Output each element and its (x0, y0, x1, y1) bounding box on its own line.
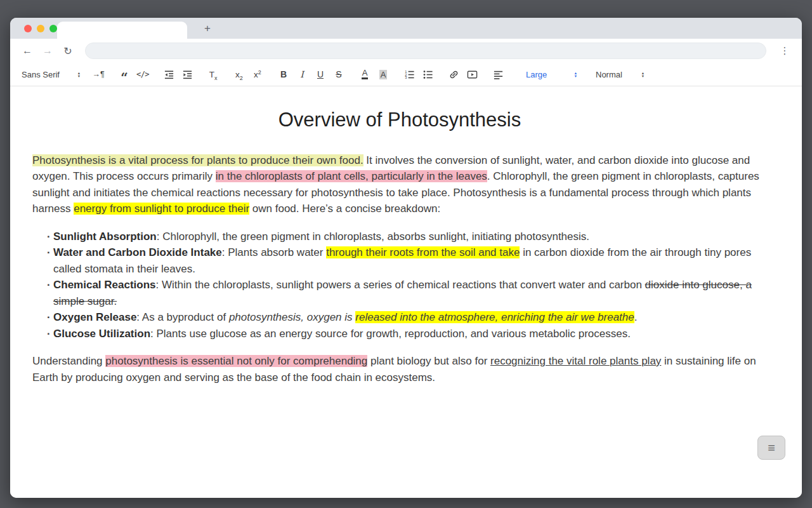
align-button[interactable] (490, 67, 506, 82)
highlight-color-icon: A (379, 70, 388, 79)
video-icon (467, 69, 478, 80)
hamburger-icon: ≡ (768, 441, 775, 455)
indent-increase-button[interactable] (180, 67, 195, 82)
strikethrough-icon: S (336, 69, 341, 79)
underlined-text: recognizing the vital role plants play (490, 355, 661, 367)
tab-strip: + (10, 18, 802, 39)
ordered-list-button[interactable]: 123 (402, 67, 417, 82)
updown-chevrons-icon: ▴▾ (575, 71, 577, 78)
bullet-list-button[interactable] (420, 67, 435, 82)
superscript-button[interactable]: x2 (250, 67, 265, 82)
size-picker-label: Large (526, 70, 547, 79)
underline-icon: U (317, 69, 324, 79)
new-tab-button[interactable]: + (199, 20, 216, 37)
updown-chevrons-icon: ▴▾ (78, 71, 80, 78)
link-icon (449, 69, 459, 80)
forward-icon[interactable]: → (39, 45, 56, 57)
text-run: own food. Here’s a concise breakdown: (249, 203, 440, 215)
bold-text: Water and Carbon Dioxide Intake (53, 246, 222, 258)
blockquote-icon: “ (121, 69, 128, 80)
text-direction-icon: →¶ (92, 70, 104, 79)
bold-text: Sunlight Absorption (53, 231, 157, 243)
highlighted-text: Photosynthesis is a vital process for pl… (32, 154, 363, 166)
clear-formatting-button[interactable]: Tx (206, 67, 221, 82)
indent-decrease-icon (164, 69, 174, 80)
bold-text: Glucose Utilization (53, 328, 150, 340)
highlight-color-button[interactable]: A (376, 67, 391, 82)
list-item: Chemical Reactions: Within the chloropla… (32, 277, 767, 309)
text-run: . (634, 311, 638, 323)
list-item: Glucose Utilization: Plants use glucose … (32, 326, 767, 342)
code-block-button[interactable]: </> (135, 67, 150, 82)
italic-text: photosynthesis, oxygen is (229, 311, 355, 323)
video-button[interactable] (464, 67, 480, 82)
highlighted-text: photosynthesis is essential not only for… (105, 355, 367, 367)
hamburger-menu-button[interactable]: ≡ (757, 436, 785, 460)
align-icon (493, 69, 504, 80)
bullet-list-icon (422, 69, 433, 80)
browser-window: + ← → ↻ ⋮ Sans Serif ▴▾ →¶ “ </> (10, 18, 802, 498)
link-button[interactable] (446, 67, 461, 82)
minimize-window-button[interactable] (37, 25, 44, 32)
text-run: Understanding (32, 355, 105, 367)
updown-chevrons-icon: ▴▾ (642, 71, 644, 78)
highlighted-text: energy from sunlight to produce their (74, 203, 249, 215)
text-run: : Within the chloroplasts, sunlight powe… (156, 279, 645, 291)
text-direction-button[interactable]: →¶ (91, 67, 106, 82)
superscript-icon: x2 (254, 70, 261, 79)
highlighted-italic-text: released into the atmosphere, enriching … (355, 311, 634, 323)
size-picker[interactable]: Large ▴▾ (526, 70, 577, 79)
maximize-window-button[interactable] (49, 25, 57, 32)
highlighted-text: in the chloroplasts of plant cells, part… (216, 170, 487, 182)
font-picker-label: Sans Serif (22, 70, 60, 79)
text-run: : As a byproduct of (136, 311, 229, 323)
subscript-button[interactable]: x2 (232, 67, 247, 82)
browser-menu-icon[interactable]: ⋮ (776, 45, 793, 57)
italic-button[interactable]: I (294, 67, 310, 82)
bold-icon: B (280, 69, 287, 79)
browser-tab[interactable] (57, 22, 187, 39)
intro-paragraph: Photosynthesis is a vital process for pl… (32, 152, 767, 217)
back-icon[interactable]: ← (19, 45, 36, 57)
text-run: : Chlorophyll, the green pigment in chlo… (157, 231, 589, 243)
header-picker[interactable]: Normal ▴▾ (596, 70, 644, 79)
header-picker-label: Normal (596, 70, 622, 79)
text-color-button[interactable]: A (357, 67, 372, 82)
code-block-icon: </> (136, 70, 149, 79)
bullet-list: Sunlight Absorption: Chlorophyll, the gr… (32, 229, 767, 342)
list-item: Sunlight Absorption: Chlorophyll, the gr… (32, 229, 767, 245)
closing-paragraph: Understanding photosynthesis is essentia… (32, 353, 767, 385)
text-color-icon: A (362, 69, 369, 79)
list-item: Water and Carbon Dioxide Intake: Plants … (32, 244, 767, 277)
ordered-list-icon: 123 (404, 69, 415, 80)
window-controls (24, 25, 57, 32)
address-bar[interactable] (85, 43, 766, 59)
bold-text: Chemical Reactions (53, 279, 156, 291)
bold-button[interactable]: B (276, 67, 291, 82)
indent-increase-icon (182, 69, 193, 80)
list-item: Oxygen Release: As a byproduct of photos… (32, 309, 767, 326)
browser-navbar: ← → ↻ ⋮ (10, 39, 802, 63)
document-title: Overview of Photosynthesis (32, 105, 767, 135)
italic-icon: I (300, 69, 304, 79)
text-run: plant biology but also for (367, 355, 490, 367)
indent-decrease-button[interactable] (161, 67, 176, 82)
reload-icon[interactable]: ↻ (60, 45, 76, 57)
blockquote-button[interactable]: “ (117, 67, 132, 82)
font-picker[interactable]: Sans Serif ▴▾ (22, 70, 80, 79)
close-window-button[interactable] (24, 25, 32, 32)
clear-formatting-icon: Tx (209, 70, 218, 79)
highlighted-text: through their roots from the soil and ta… (326, 246, 520, 258)
svg-text:3: 3 (405, 76, 407, 79)
editor-content[interactable]: Overview of Photosynthesis Photosynthesi… (10, 86, 802, 498)
editor-toolbar: Sans Serif ▴▾ →¶ “ </> (10, 63, 802, 86)
text-run: : Plants absorb water (222, 246, 326, 258)
text-run: : Plants use glucose as an energy source… (150, 328, 631, 340)
subscript-icon: x2 (235, 70, 243, 79)
underline-button[interactable]: U (313, 67, 328, 82)
bold-text: Oxygen Release (53, 311, 136, 323)
strikethrough-button[interactable]: S (331, 67, 346, 82)
